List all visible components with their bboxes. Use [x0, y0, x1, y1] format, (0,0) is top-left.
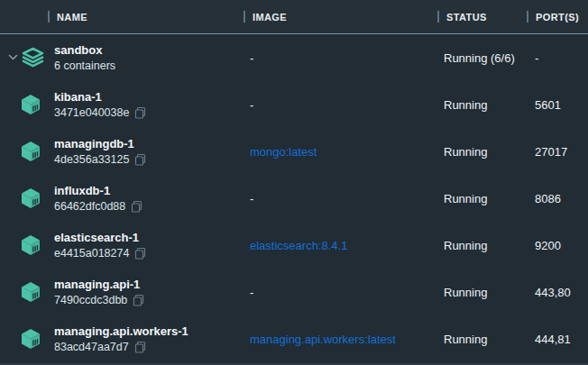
container-icon [22, 235, 40, 255]
copy-icon[interactable] [134, 106, 146, 119]
ports-cell[interactable]: 5601 [527, 98, 588, 112]
ports-cell[interactable]: 9200 [527, 239, 588, 252]
table-row-influxdb-1[interactable]: influxdb-1 66462dfc0d88 - Running 8086 [0, 175, 588, 222]
container-name[interactable]: kibana-1 [54, 90, 243, 105]
table-row-elasticsearch-1[interactable]: elasticsearch-1 e4415a018274 elasticsear… [0, 222, 588, 269]
ports-cell[interactable]: 27017 [527, 145, 588, 159]
status-cell: Running [437, 98, 527, 112]
ports-cell[interactable]: 444,81 [527, 333, 588, 346]
table-row-sandbox[interactable]: sandbox 6 containers - Running (6/6) - [0, 34, 588, 81]
column-divider [243, 11, 245, 23]
column-header-image[interactable]: IMAGE [243, 0, 437, 33]
copy-icon[interactable] [131, 200, 142, 213]
image-cell: - [243, 192, 437, 205]
container-name[interactable]: sandbox [54, 43, 243, 58]
copy-icon[interactable] [133, 294, 144, 306]
status-cell: Running [437, 239, 527, 252]
table-row-managing-api-workers-1[interactable]: managing.api.workers-1 83acd47aa7d7 mana… [0, 315, 588, 362]
column-divider [437, 11, 439, 23]
chevron-down-icon[interactable] [8, 54, 18, 60]
column-label: NAME [57, 12, 87, 23]
ports-cell: - [527, 51, 588, 65]
container-icon [22, 141, 40, 161]
container-id: 3471e040038e [54, 106, 129, 120]
table-row-kibana-1[interactable]: kibana-1 3471e040038e - Running 5601 [0, 81, 588, 128]
container-id: 7490ccdc3dbb [54, 294, 127, 307]
status-cell: Running [437, 333, 527, 346]
column-header-name[interactable]: NAME [48, 0, 243, 33]
compose-stack-icon [22, 47, 44, 68]
column-header-ports[interactable]: PORT(S) [527, 0, 588, 33]
container-id: 66462dfc0d88 [54, 200, 125, 214]
image-link[interactable]: elasticsearch:8.4.1 [243, 239, 437, 252]
column-header-status[interactable]: STATUS [437, 0, 527, 33]
image-link[interactable]: managing.api.workers:latest [243, 333, 437, 346]
container-icon [22, 95, 40, 114]
container-id: 83acd47aa7d7 [54, 341, 129, 354]
image-cell: - [243, 286, 437, 299]
copy-icon[interactable] [134, 153, 146, 166]
image-link[interactable]: mongo:latest [243, 145, 437, 159]
container-name[interactable]: managingdb-1 [54, 137, 243, 151]
container-list: NAME IMAGE STATUS PORT(S) sandbox [0, 0, 588, 365]
container-id: 4de356a33125 [54, 153, 129, 167]
image-cell: - [243, 51, 437, 65]
ports-cell[interactable]: 443,80 [527, 286, 588, 299]
container-name[interactable]: managing.api.workers-1 [54, 324, 243, 339]
container-icon [22, 282, 40, 302]
status-cell: Running [437, 145, 527, 159]
status-cell: Running (6/6) [437, 51, 527, 65]
column-label: IMAGE [253, 12, 287, 23]
table-row-managingdb-1[interactable]: managingdb-1 4de356a33125 mongo:latest R… [0, 128, 588, 175]
column-divider [527, 11, 528, 23]
container-name[interactable]: managing.api-1 [54, 278, 243, 292]
column-label: STATUS [446, 12, 487, 23]
table-row-managing-api-1[interactable]: managing.api-1 7490ccdc3dbb - Running 44… [0, 269, 588, 315]
header-spacer [0, 0, 48, 33]
image-cell: - [243, 98, 437, 112]
copy-icon[interactable] [134, 341, 146, 353]
column-label: PORT(S) [536, 12, 579, 23]
ports-cell[interactable]: 8086 [527, 192, 588, 205]
table-header: NAME IMAGE STATUS PORT(S) [0, 0, 588, 34]
copy-icon[interactable] [134, 247, 146, 260]
column-divider [48, 11, 50, 23]
status-cell: Running [437, 286, 527, 299]
container-icon [22, 329, 40, 349]
container-name[interactable]: influxdb-1 [54, 184, 243, 198]
container-name[interactable]: elasticsearch-1 [54, 231, 243, 245]
container-icon [22, 188, 40, 208]
status-cell: Running [437, 192, 527, 205]
container-id: e4415a018274 [54, 247, 129, 260]
table-body: sandbox 6 containers - Running (6/6) - [0, 34, 588, 365]
container-count: 6 containers [54, 59, 115, 73]
